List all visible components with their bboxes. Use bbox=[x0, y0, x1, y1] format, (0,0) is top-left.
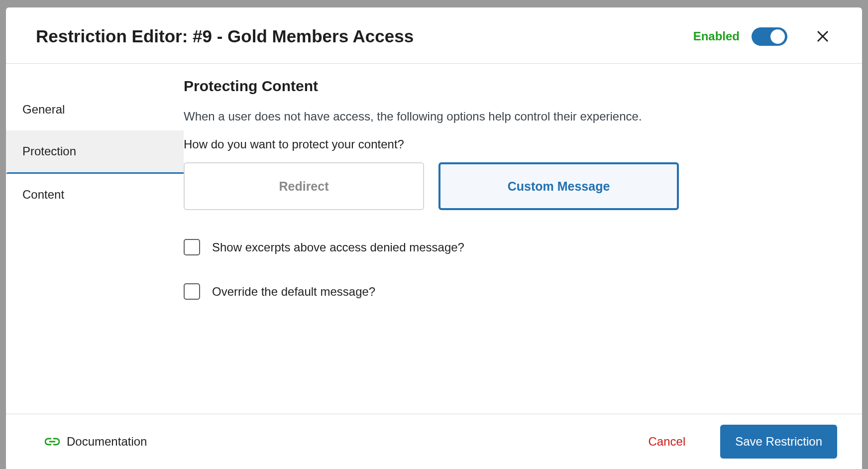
sidebar: General Protection Content bbox=[6, 64, 184, 414]
content-panel: Protecting Content When a user does not … bbox=[184, 64, 862, 414]
restriction-editor-modal: Restriction Editor: #9 - Gold Members Ac… bbox=[6, 7, 862, 469]
close-icon[interactable] bbox=[815, 29, 830, 44]
cancel-button[interactable]: Cancel bbox=[649, 435, 686, 449]
enabled-toggle[interactable] bbox=[752, 27, 787, 46]
link-icon bbox=[45, 436, 60, 448]
modal-footer: Documentation Cancel Save Restriction bbox=[6, 414, 862, 469]
sidebar-item-content[interactable]: Content bbox=[6, 174, 184, 216]
protection-options: Redirect Custom Message bbox=[184, 162, 842, 210]
save-label: Save Restriction bbox=[735, 435, 822, 448]
option-label: Custom Message bbox=[508, 179, 610, 194]
sidebar-item-label: General bbox=[22, 103, 65, 116]
protection-question: How do you want to protect your content? bbox=[184, 137, 842, 151]
sidebar-item-label: Content bbox=[22, 188, 64, 201]
cancel-label: Cancel bbox=[649, 435, 686, 448]
sidebar-item-label: Protection bbox=[22, 144, 76, 158]
toggle-knob bbox=[770, 29, 785, 44]
option-redirect[interactable]: Redirect bbox=[184, 162, 424, 210]
checkbox-label: Show excerpts above access denied messag… bbox=[212, 240, 464, 254]
save-restriction-button[interactable]: Save Restriction bbox=[720, 425, 837, 459]
checkbox-label: Override the default message? bbox=[212, 285, 375, 299]
sidebar-item-general[interactable]: General bbox=[6, 89, 184, 130]
checkbox-input[interactable] bbox=[184, 283, 200, 300]
documentation-link[interactable]: Documentation bbox=[45, 435, 147, 449]
option-label: Redirect bbox=[279, 179, 328, 194]
sidebar-item-protection[interactable]: Protection bbox=[6, 130, 184, 174]
checkbox-show-excerpts: Show excerpts above access denied messag… bbox=[184, 239, 842, 255]
modal-header: Restriction Editor: #9 - Gold Members Ac… bbox=[6, 7, 862, 64]
enabled-status-label: Enabled bbox=[693, 29, 740, 43]
documentation-label: Documentation bbox=[67, 435, 147, 449]
checkbox-override-default: Override the default message? bbox=[184, 283, 842, 300]
section-title: Protecting Content bbox=[184, 78, 842, 95]
checkbox-input[interactable] bbox=[184, 239, 200, 255]
option-custom-message[interactable]: Custom Message bbox=[438, 162, 679, 210]
section-description: When a user does not have access, the fo… bbox=[184, 110, 842, 123]
modal-body: General Protection Content Protecting Co… bbox=[6, 64, 862, 414]
modal-title: Restriction Editor: #9 - Gold Members Ac… bbox=[36, 26, 693, 46]
